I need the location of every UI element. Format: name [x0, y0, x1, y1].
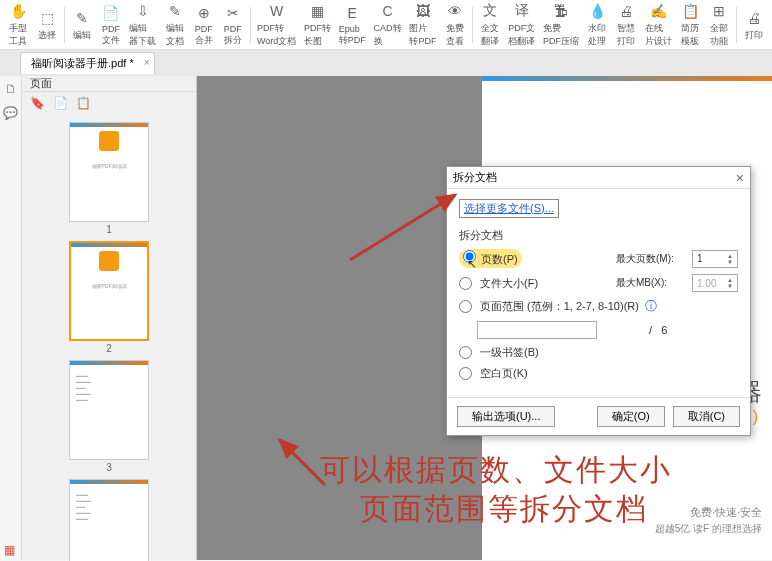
- thumb-number: 2: [69, 343, 149, 354]
- radio-range-label: 页面范围 (范例：1, 2-7, 8-10)(R): [480, 299, 639, 314]
- close-icon[interactable]: ×: [144, 57, 150, 68]
- tool-22[interactable]: 🖨打印: [740, 6, 768, 44]
- tool-icon: 文: [480, 1, 500, 21]
- tool-label: PDF拆分: [224, 24, 242, 47]
- radio-pages-highlight: 页数(P) ↖: [459, 249, 522, 268]
- tool-15[interactable]: 译PDF文档翻译: [505, 0, 539, 50]
- thumbnail-1[interactable]: 福昕PDF阅读器1: [69, 122, 149, 235]
- tool-label: 免费PDF压缩: [543, 22, 579, 48]
- radio-filesize[interactable]: [459, 277, 472, 290]
- tool-icon: 🗜: [551, 1, 571, 21]
- tool-label: PDF文件: [102, 24, 120, 47]
- tool-label: PDF转长图: [304, 22, 331, 48]
- tool-12[interactable]: 🖼图片转PDF: [406, 0, 440, 50]
- tool-icon: W: [267, 1, 287, 21]
- page-fraction: / 6: [649, 324, 667, 336]
- max-mb-spinner[interactable]: 1.00 ▲▼: [692, 274, 738, 292]
- document-tab[interactable]: 福昕阅读器手册.pdf * ×: [20, 52, 155, 74]
- tool-7[interactable]: ✂PDF拆分: [219, 1, 247, 49]
- tool-label: 在线片设计: [645, 22, 672, 48]
- tool-label: Epub转PDF: [339, 24, 366, 47]
- paste-icon[interactable]: 📋: [76, 96, 91, 110]
- cursor-icon: ↖: [467, 257, 477, 271]
- tool-icon: C: [378, 1, 398, 21]
- tool-label: 手型工具: [9, 22, 27, 48]
- tab-bar: 福昕阅读器手册.pdf * ×: [0, 50, 772, 76]
- cancel-button[interactable]: 取消(C): [673, 406, 740, 427]
- tool-icon: 💧: [587, 1, 607, 21]
- tool-icon: ✍: [648, 1, 668, 21]
- tool-label: PDF文档翻译: [508, 22, 535, 48]
- radio-bookmark[interactable]: [459, 346, 472, 359]
- tool-2[interactable]: ✎编辑: [68, 6, 96, 44]
- tool-10[interactable]: EEpub转PDF: [335, 1, 369, 49]
- tool-9[interactable]: ▦PDF转长图: [300, 0, 334, 50]
- tool-label: PDF转Word文档: [257, 22, 296, 48]
- comment-icon[interactable]: 💬: [3, 106, 18, 120]
- tool-18[interactable]: 🖨智慧打印: [612, 0, 640, 50]
- radio-filesize-label: 文件大小(F): [480, 276, 556, 291]
- tool-icon: ✎: [72, 8, 92, 28]
- tool-label: PDF合并: [195, 24, 213, 47]
- tool-8[interactable]: WPDF转Word文档: [254, 0, 300, 50]
- thumbnail-2[interactable]: 福昕PDF阅读器2: [69, 241, 149, 354]
- thumbnail-3[interactable]: ━━━━━━━━━━━━━━━━━━━━━3: [69, 360, 149, 473]
- tool-label: 图片转PDF: [409, 22, 436, 48]
- doc-footer-2: 超越5亿 读F 的理想选择: [655, 522, 762, 536]
- tool-icon: 👁: [445, 1, 465, 21]
- tool-icon: ▦: [307, 1, 327, 21]
- tool-5[interactable]: ✎编辑文档: [161, 0, 189, 50]
- tool-4[interactable]: ⇩编辑器下载: [126, 0, 160, 50]
- tool-label: 智慧打印: [617, 22, 635, 48]
- tool-label: 编辑器下载: [129, 22, 156, 48]
- tool-19[interactable]: ✍在线片设计: [641, 0, 675, 50]
- close-icon[interactable]: ×: [736, 170, 744, 186]
- range-input[interactable]: [477, 321, 597, 339]
- select-more-files-link[interactable]: 选择更多文件(S)...: [459, 199, 559, 218]
- tool-icon: ⊕: [194, 3, 214, 23]
- radio-blank-label: 空白页(K): [480, 366, 528, 381]
- max-pages-spinner[interactable]: 1 ▲▼: [692, 250, 738, 268]
- tool-icon: 📄: [101, 3, 121, 23]
- radio-blank[interactable]: [459, 367, 472, 380]
- copy-icon[interactable]: 📄: [53, 96, 68, 110]
- tool-6[interactable]: ⊕PDF合并: [190, 1, 218, 49]
- radio-range[interactable]: [459, 300, 472, 313]
- tool-icon: ✎: [165, 1, 185, 21]
- max-pages-label: 最大页数(M):: [616, 252, 686, 266]
- thumbnail-4[interactable]: ━━━━━━━━━━━━━━━━━━━━━4: [69, 479, 149, 561]
- thumbnail-list: 福昕PDF阅读器1福昕PDF阅读器2━━━━━━━━━━━━━━━━━━━━━3…: [22, 114, 196, 561]
- ok-button[interactable]: 确定(O): [597, 406, 665, 427]
- tool-16[interactable]: 🗜免费PDF压缩: [540, 0, 582, 50]
- output-options-button[interactable]: 输出选项(U)...: [457, 406, 555, 427]
- bookmark-icon[interactable]: 🔖: [30, 96, 45, 110]
- tool-3[interactable]: 📄PDF文件: [97, 1, 125, 49]
- file-icon[interactable]: 🗋: [5, 82, 17, 96]
- tool-label: 选择: [38, 29, 56, 42]
- tool-17[interactable]: 💧水印处理: [583, 0, 611, 50]
- tool-13[interactable]: 👁免费查看: [441, 0, 469, 50]
- tool-0[interactable]: ✋手型工具: [4, 0, 32, 50]
- tool-label: 水印处理: [588, 22, 606, 48]
- tool-label: 编辑文档: [166, 22, 184, 48]
- tool-11[interactable]: CCAD转换: [370, 0, 405, 50]
- info-icon[interactable]: ⓘ: [645, 298, 657, 315]
- tool-icon: 🖨: [616, 1, 636, 21]
- tool-icon: 📋: [680, 1, 700, 21]
- panel-title: 页面: [30, 76, 52, 91]
- tool-label: CAD转换: [374, 22, 402, 48]
- app-icon[interactable]: ▦: [4, 543, 15, 557]
- tool-icon: ⬚: [37, 8, 57, 28]
- tool-21[interactable]: ⊞全部功能: [705, 0, 733, 50]
- max-mb-label: 最大MB(X):: [616, 276, 686, 290]
- tool-label: 全部功能: [710, 22, 728, 48]
- tool-icon: E: [342, 3, 362, 23]
- tool-14[interactable]: 文全文翻译: [476, 0, 504, 50]
- tool-1[interactable]: ⬚选择: [33, 6, 61, 44]
- tool-20[interactable]: 📋简历模板: [676, 0, 704, 50]
- thumb-number: 1: [69, 224, 149, 235]
- tool-label: 编辑: [73, 29, 91, 42]
- tool-label: 全文翻译: [481, 22, 499, 48]
- tool-label: 打印: [745, 29, 763, 42]
- tab-label: 福昕阅读器手册.pdf *: [31, 57, 134, 69]
